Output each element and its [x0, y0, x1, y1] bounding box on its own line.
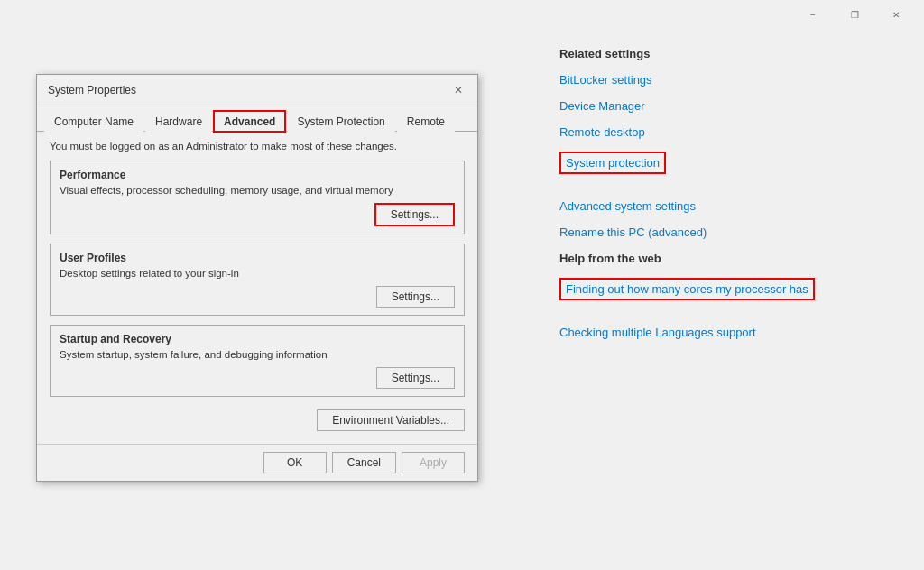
tab-advanced[interactable]: Advanced	[214, 111, 285, 132]
apply-button[interactable]: Apply	[402, 452, 465, 473]
dialog-footer: OK Cancel Apply	[37, 444, 477, 481]
system-protection-link[interactable]: System protection	[559, 152, 666, 174]
dialog-titlebar: System Properties ✕	[37, 75, 477, 106]
tab-bar: Computer Name Hardware Advanced System P…	[37, 106, 477, 132]
dialog-title: System Properties	[48, 84, 136, 97]
startup-recovery-btn-row: Settings...	[60, 367, 455, 389]
startup-recovery-section: Startup and Recovery System startup, sys…	[50, 325, 465, 397]
user-profiles-btn-row: Settings...	[60, 286, 455, 308]
user-profiles-settings-button[interactable]: Settings...	[376, 286, 455, 308]
rename-pc-link[interactable]: Rename this PC (advanced)	[559, 225, 888, 239]
main-layout: System Properties ✕ Computer Name Hardwa…	[0, 29, 924, 570]
restore-button[interactable]: ❐	[834, 0, 875, 29]
tab-remote[interactable]: Remote	[397, 111, 455, 132]
user-profiles-desc: Desktop settings related to your sign-in	[60, 268, 455, 279]
related-settings-title: Related settings	[559, 47, 888, 60]
bitlocker-settings-link[interactable]: BitLocker settings	[559, 73, 888, 87]
settings-panel: Related settings BitLocker settings Devi…	[523, 29, 924, 570]
advanced-system-settings-link[interactable]: Advanced system settings	[559, 199, 888, 213]
user-profiles-section: User Profiles Desktop settings related t…	[50, 244, 465, 316]
startup-recovery-settings-button[interactable]: Settings...	[376, 367, 455, 389]
ok-button[interactable]: OK	[263, 452, 327, 473]
user-profiles-title: User Profiles	[60, 252, 455, 264]
tab-hardware[interactable]: Hardware	[145, 111, 212, 132]
languages-help-link[interactable]: Checking multiple Languages support	[559, 326, 888, 339]
remote-desktop-link[interactable]: Remote desktop	[559, 125, 888, 139]
tab-computer-name[interactable]: Computer Name	[44, 111, 143, 132]
window-chrome: − ❐ ✕	[0, 0, 924, 29]
system-properties-dialog: System Properties ✕ Computer Name Hardwa…	[36, 74, 478, 482]
cancel-button[interactable]: Cancel	[332, 452, 396, 473]
close-button[interactable]: ✕	[875, 0, 917, 29]
dialog-content: You must be logged on as an Administrato…	[37, 132, 477, 444]
performance-settings-button[interactable]: Settings...	[374, 203, 455, 226]
dialog-area: System Properties ✕ Computer Name Hardwa…	[0, 29, 523, 570]
help-from-web-title: Help from the web	[559, 252, 888, 265]
device-manager-link[interactable]: Device Manager	[559, 99, 888, 113]
performance-section: Performance Visual effects, processor sc…	[50, 161, 465, 234]
minimize-button[interactable]: −	[792, 0, 834, 29]
performance-btn-row: Settings...	[60, 203, 455, 226]
startup-recovery-desc: System startup, system failure, and debu…	[60, 349, 455, 360]
dialog-close-button[interactable]: ✕	[450, 82, 467, 98]
env-variables-button[interactable]: Environment Variables...	[317, 409, 465, 431]
startup-recovery-title: Startup and Recovery	[60, 333, 455, 345]
tab-system-protection[interactable]: System Protection	[287, 111, 394, 132]
cores-help-link[interactable]: Finding out how many cores my processor …	[559, 278, 815, 300]
admin-notice: You must be logged on as an Administrato…	[50, 141, 465, 152]
performance-desc: Visual effects, processor scheduling, me…	[60, 185, 455, 196]
performance-title: Performance	[60, 169, 455, 181]
env-variables-row: Environment Variables...	[50, 406, 465, 435]
